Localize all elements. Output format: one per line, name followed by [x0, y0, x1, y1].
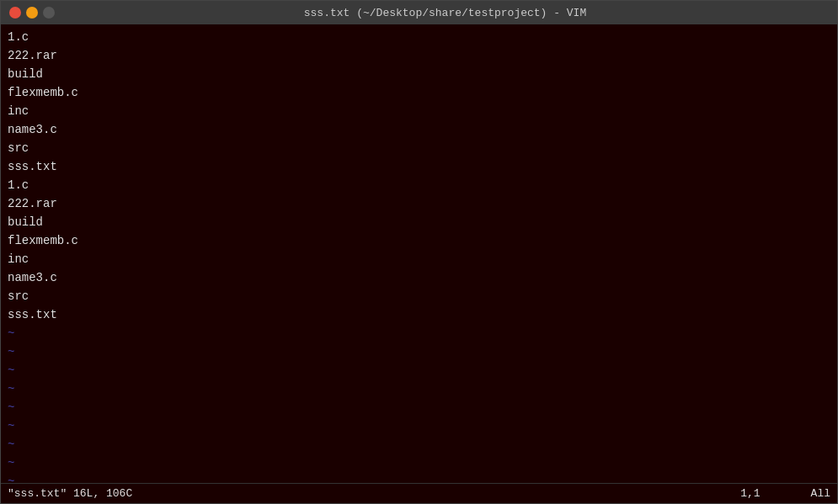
- tilde-line: ~: [8, 416, 830, 435]
- status-right: 1,1 All: [740, 487, 830, 500]
- editor-line: sss.txt: [8, 305, 830, 324]
- editor-line: flexmemb.c: [8, 83, 830, 102]
- traffic-lights: [9, 7, 55, 19]
- editor-line: 1.c: [8, 176, 830, 194]
- tilde-line: ~: [8, 379, 830, 398]
- editor-line: inc: [8, 250, 830, 268]
- editor-line: name3.c: [8, 268, 830, 287]
- tilde-line: ~: [8, 342, 830, 361]
- status-file-info: "sss.txt" 16L, 106C: [8, 487, 740, 500]
- editor-line: build: [8, 65, 830, 83]
- vim-window: sss.txt (~/Desktop/share/testproject) - …: [0, 0, 838, 504]
- maximize-button[interactable]: [43, 7, 55, 19]
- tilde-line: ~: [8, 435, 830, 454]
- status-position: 1,1: [740, 487, 760, 500]
- window-title: sss.txt (~/Desktop/share/testproject) - …: [61, 7, 829, 19]
- tilde-line: ~: [8, 361, 830, 379]
- editor-line: src: [8, 287, 830, 305]
- tilde-line: ~: [8, 472, 830, 483]
- editor-area[interactable]: 1.c222.rarbuildflexmemb.cincname3.csrcss…: [1, 24, 837, 483]
- editor-line: 222.rar: [8, 46, 830, 65]
- editor-line: build: [8, 213, 830, 231]
- tilde-line: ~: [8, 398, 830, 416]
- minimize-button[interactable]: [26, 7, 38, 19]
- editor-line: sss.txt: [8, 157, 830, 176]
- editor-content: 1.c222.rarbuildflexmemb.cincname3.csrcss…: [8, 28, 830, 324]
- editor-line: 1.c: [8, 28, 830, 46]
- tilde-line: ~: [8, 454, 830, 472]
- editor-line: flexmemb.c: [8, 231, 830, 250]
- tilde-line: ~: [8, 324, 830, 342]
- titlebar: sss.txt (~/Desktop/share/testproject) - …: [1, 1, 837, 24]
- status-scroll: All: [811, 487, 830, 500]
- editor-line: name3.c: [8, 120, 830, 139]
- editor-line: inc: [8, 102, 830, 120]
- close-button[interactable]: [9, 7, 21, 19]
- statusbar: "sss.txt" 16L, 106C 1,1 All: [1, 483, 837, 503]
- editor-line: src: [8, 139, 830, 157]
- editor-line: 222.rar: [8, 194, 830, 213]
- tilde-lines: ~~~~~~~~~: [8, 324, 830, 483]
